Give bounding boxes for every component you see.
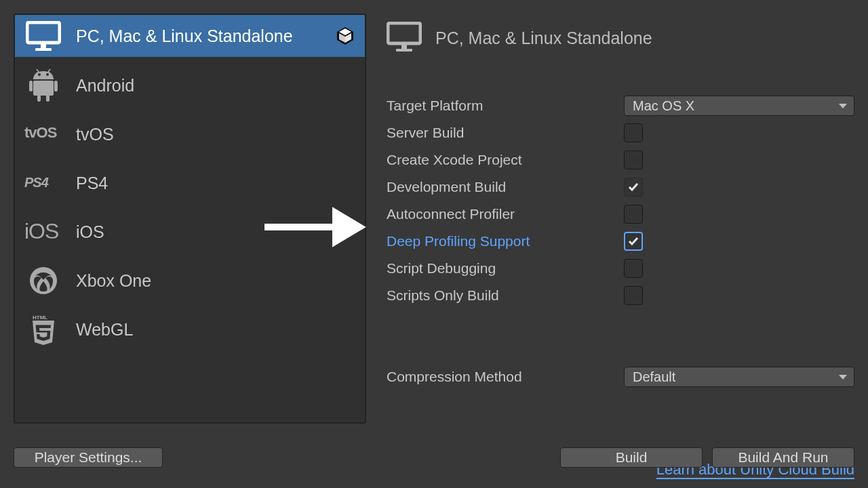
svg-text:tvOS: tvOS — [24, 124, 57, 141]
setting-compression-method: Compression Method Default — [387, 363, 854, 390]
platform-item-android[interactable]: Android — [15, 61, 365, 110]
svg-rect-17 — [388, 23, 420, 43]
svg-text:HTML: HTML — [33, 314, 47, 321]
server-build-checkbox[interactable] — [624, 123, 643, 142]
svg-rect-8 — [29, 81, 33, 92]
svg-rect-0 — [27, 22, 60, 43]
ps4-icon: PS4 — [24, 175, 62, 191]
build-button[interactable]: Build — [560, 447, 703, 468]
setting-development-build: Development Build — [387, 174, 854, 201]
tvos-icon: tvOS — [24, 124, 62, 144]
chevron-down-icon — [839, 104, 847, 108]
chevron-down-icon — [839, 375, 847, 380]
platform-item-ios[interactable]: iOS iOS — [15, 207, 365, 256]
platform-label: PS4 — [76, 174, 108, 193]
platform-item-xboxone[interactable]: Xbox One — [15, 256, 365, 305]
svg-rect-18 — [401, 45, 407, 49]
html5-icon: HTML — [24, 314, 62, 345]
svg-rect-1 — [41, 44, 46, 48]
monitor-icon — [387, 22, 422, 54]
platform-list: PC, Mac & Linux Standalone Android tvOS … — [14, 14, 366, 424]
platform-label: WebGL — [76, 320, 133, 340]
setting-create-xcode: Create Xcode Project — [387, 146, 854, 174]
compression-method-dropdown[interactable]: Default — [624, 367, 854, 387]
scripts-only-checkbox[interactable] — [624, 286, 643, 305]
platform-item-pc[interactable]: PC, Mac & Linux Standalone — [15, 15, 365, 57]
svg-rect-7 — [33, 81, 54, 96]
svg-rect-9 — [54, 81, 58, 92]
android-icon — [24, 69, 62, 102]
setting-scripts-only-build: Scripts Only Build — [387, 282, 854, 309]
setting-target-platform: Target Platform Mac OS X — [387, 92, 854, 119]
setting-autoconnect-profiler: Autoconnect Profiler — [387, 201, 854, 228]
svg-rect-2 — [35, 48, 52, 51]
development-build-checkbox[interactable] — [624, 178, 643, 197]
svg-text:PS4: PS4 — [24, 175, 49, 190]
autoconnect-profiler-checkbox[interactable] — [624, 205, 643, 224]
svg-rect-11 — [46, 95, 50, 102]
unity-icon — [335, 26, 355, 46]
player-settings-button[interactable]: Player Settings... — [14, 447, 163, 468]
platform-item-ps4[interactable]: PS4 PS4 — [15, 159, 365, 207]
svg-rect-10 — [37, 95, 41, 102]
target-platform-dropdown[interactable]: Mac OS X — [624, 96, 854, 116]
setting-server-build: Server Build — [387, 119, 854, 146]
setting-script-debugging: Script Debugging — [387, 255, 854, 282]
deep-profiling-checkbox[interactable] — [624, 232, 643, 251]
svg-rect-19 — [396, 49, 412, 52]
xbox-icon — [24, 266, 62, 295]
platform-detail-panel: PC, Mac & Linux Standalone Target Platfo… — [366, 14, 854, 488]
platform-label: iOS — [76, 222, 104, 242]
platform-item-tvos[interactable]: tvOS tvOS — [15, 110, 365, 159]
create-xcode-checkbox[interactable] — [624, 150, 643, 169]
script-debugging-checkbox[interactable] — [624, 259, 643, 278]
monitor-icon — [24, 21, 62, 51]
platform-label: Android — [76, 76, 134, 96]
platform-label: tvOS — [76, 125, 114, 144]
ios-icon: iOS — [24, 220, 62, 244]
platform-label: PC, Mac & Linux Standalone — [76, 26, 293, 46]
detail-title: PC, Mac & Linux Standalone — [435, 28, 652, 48]
setting-deep-profiling: Deep Profiling Support — [387, 228, 854, 255]
platform-item-webgl[interactable]: HTML WebGL — [15, 305, 365, 354]
svg-text:iOS: iOS — [24, 220, 58, 243]
platform-label: Xbox One — [76, 271, 151, 291]
build-and-run-button[interactable]: Build And Run — [712, 447, 854, 468]
